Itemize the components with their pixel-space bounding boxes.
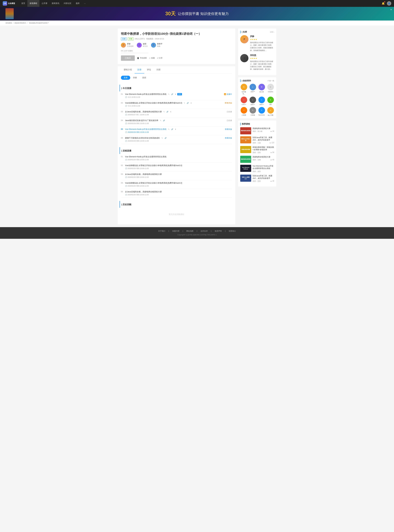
future-body-03: 从Java后端到全栈，高级电商全栈系统大课 🕐 2020/02/26 周四 10… [125, 173, 232, 178]
edit-icon-02[interactable]: ✎ [184, 102, 185, 104]
edit-icon-04[interactable]: ✎ [160, 120, 161, 121]
link-icon-01[interactable]: 🔗 [171, 93, 173, 95]
lesson-title-06: 跟随千万级项目从0到100全过程高效成长 ✎ 🔗 [125, 137, 225, 139]
subtab-inperson[interactable]: 面授 [140, 76, 149, 80]
tab-qa[interactable]: 问答 [154, 66, 163, 73]
future-body-04: Vue全家桶实战 从零独立开发企业级小米电商系统(免费升级Vue3.0) 🕐 2… [125, 182, 232, 187]
recommend-item-06[interactable]: 玩转Java精通JUC 玩转Java开发工具，精通JUC，成为开发多面手 讲师：… [240, 175, 274, 183]
breadcrumb-link-discover[interactable]: 发现课程 [5, 22, 12, 24]
clock-icon-03: 🕐 [125, 114, 127, 116]
future-num-02: 02 [121, 164, 125, 166]
recommend-thumb-06: 玩转Java精通JUC [240, 175, 251, 182]
lesson-body-01: Vue Element+Node.js开发企业通用管理后台系统 ✎ 🔗 ⬇ 资料… [125, 93, 224, 98]
edit-icon-01[interactable]: ✎ [168, 93, 170, 95]
classmate-1567a-avatar: 1 [249, 84, 256, 90]
recommend-item-04[interactable]: 高级电商全线系统 高级电商全线系统大课 讲师：冷峰 ▲ 40 [240, 156, 274, 163]
breadcrumb-link-series[interactable]: 新媒体营销系列 [15, 22, 26, 24]
clock-icon-04: 🕐 [125, 122, 127, 124]
share-button[interactable]: ↗ 分享 [157, 57, 162, 59]
footer-agency[interactable]: 加盟代理 [172, 230, 179, 232]
banner-close-button[interactable]: × [390, 8, 392, 11]
link-icon-05[interactable]: 🔗 [171, 128, 173, 130]
sidebar: | 名师 1/10 › 罗 罗静 ★★★★ 国内某重点大学安全工程专业硕士，国家… [238, 28, 276, 224]
nav-questions[interactable]: 题库 [74, 0, 82, 7]
link-icon-04[interactable]: 🔗 [163, 120, 165, 121]
recommend-info-01: 高级电商全线系统大课 讲师：张小锋 ▲ 34 [253, 127, 274, 133]
link-icon-02[interactable]: 🔗 [187, 102, 189, 104]
link-icon-06[interactable]: 🔗 [165, 137, 167, 139]
recommend-item-05[interactable]: Vue Element Node.js Vue Element+Node.js开… [240, 165, 274, 172]
teachers-nav-arrow[interactable]: 1/10 › [270, 31, 274, 33]
edit-icon-06[interactable]: ✎ [161, 137, 163, 139]
lesson-title-05[interactable]: Vue Element+Node.js开发企业通用管理后台系统 ✎ 🔗 ⬇ [125, 128, 225, 130]
future-time-02: 🕐 2020/02/26 周四 10:00-11:00 [125, 167, 232, 170]
nav-open[interactable]: 公开课 [39, 0, 50, 7]
lesson-time-01: 🕐 今日 10:00-11:00 [125, 96, 224, 98]
edit-icon-03[interactable]: ✎ [163, 111, 165, 113]
future-num-03: 03 [121, 173, 125, 175]
recommend-item-01[interactable]: 高级电商全线系统 高级电商全线系统大课 讲师：张小锋 ▲ 34 [240, 127, 274, 134]
link-icon-03[interactable]: 🔗 [166, 111, 168, 113]
classmates-card: | 你的同学 ↺ 换一换 化 化学教书... 1 1567** 张 张小田 [238, 77, 276, 118]
teacher-luojing-info: 罗静 主讲老师 [127, 43, 134, 47]
sidebar-teacher-songlijiang: 宋 宋利坚 ★★★★ 国内某重点大学安全工程专业硕士，国家一级注册消防工程师、注… [240, 54, 274, 71]
download-icon-05[interactable]: ⬇ [175, 128, 176, 130]
recommend-info-03: 前端全栈加强版！前端全栈+全周期+多端应用 讲师：岱田 ▲ 56 [253, 146, 274, 154]
footer-about[interactable]: 关于我们 [158, 230, 165, 232]
notification-bell[interactable]: 🔔 [382, 2, 385, 5]
logo-icon: 云朵 [3, 1, 7, 6]
classmate-chemistry-avatar: 化 [241, 84, 247, 90]
sidebar-teacher-luojing-stars: ★★★★ [250, 38, 274, 41]
main-layout: 明星中教授课，小学阶段语法100分–强化级第1讲动词（一） 直播 录播 246人… [115, 26, 279, 227]
future-title-05: 从Java后端到全栈，高级电商全栈系统大课 [125, 191, 232, 193]
logo[interactable]: 云朵 云朵课堂 [3, 1, 15, 6]
logo-text: 云朵课堂 [8, 2, 15, 5]
lesson-body-04: Java项目面试实操 提升大厂面试成功率 ✎ 🔗 🕐 2020/02/26 周四… [125, 119, 227, 125]
lesson-status-06[interactable]: 查看回放 [225, 137, 232, 139]
classmate-1567b-avatar: 1 [249, 97, 256, 103]
download-icon-03[interactable]: ⬇ [170, 111, 171, 113]
lesson-time-03: 🕐 2020/02/27 周三 10:00-11:00 [125, 114, 227, 116]
lesson-num-01: 01 [121, 93, 125, 95]
refresh-classmates-button[interactable]: ↺ 换一换 [267, 80, 274, 82]
download-icon-02[interactable]: ⬇ [190, 102, 192, 104]
recommend-item-02[interactable]: 玩转Java开发工具 玩转Java开发工具，精通JUC，成为开发多面手 讲师：王… [240, 136, 274, 144]
lesson-status-02[interactable]: 即将开始 [225, 102, 232, 104]
teacher-linrong-name: 凌荷 [143, 43, 148, 45]
recommend-thumb-03: 前端全栈加强版 [240, 146, 251, 153]
recommend-item-03[interactable]: 前端全栈加强版 前端全栈加强版！前端全栈+全周期+多端应用 讲师：岱田 ▲ 56 [240, 146, 274, 154]
future-time-04: 🕐 2020/02/26 周四 10:00-11:00 [125, 185, 232, 187]
classmate-chemistry-name: 化学教书... [240, 91, 248, 95]
progress-label: 0% 已学习0课时 [121, 50, 232, 52]
classmate-xiaoxiongxiong: 小 小熊熊 [240, 107, 248, 116]
tab-comments[interactable]: 评论 [144, 66, 154, 73]
subtab-live[interactable]: 直播 [121, 76, 130, 80]
recommend-card: 推荐课程 高级电商全线系统 高级电商全线系统大课 讲师：张小锋 ▲ 34 玩转J… [238, 120, 276, 187]
lesson-status-05[interactable]: 查看回放 [225, 128, 232, 130]
nav-more[interactable]: ··· [82, 0, 88, 7]
footer-partner[interactable]: 合作伙伴 [201, 230, 208, 232]
edit-icon-05[interactable]: ✎ [168, 128, 170, 130]
download-icon-01[interactable]: ⬇ [175, 93, 176, 95]
bought-button[interactable]: 已购买 [121, 55, 135, 61]
nav-home[interactable]: 首页 [19, 0, 27, 7]
footer-sitemap[interactable]: 网站地图 [186, 230, 193, 232]
nav-news[interactable]: 新闻资讯 [50, 0, 62, 7]
classmate-qq-tianpeng-avatar: Q [267, 107, 274, 114]
subtab-replay[interactable]: 录播 [130, 76, 140, 80]
nav-discover[interactable]: 发现课程 [27, 0, 39, 7]
recommend-teacher-06: 讲师：岱田 [253, 180, 261, 183]
future-time-03: 🕐 2020/02/26 周四 10:00-11:00 [125, 176, 232, 178]
user-avatar[interactable]: 👤 [387, 1, 391, 6]
tab-intro[interactable]: 课程介绍 [121, 66, 135, 73]
lesson-time-06: 🕐 2020/02/26 周四 10:00-11:00 [125, 140, 225, 142]
footer-disclaimer[interactable]: 免责声明 [215, 230, 222, 232]
lesson-status-live-01[interactable]: 📶 直播中 [224, 93, 232, 95]
collect-button[interactable]: ☆ 收藏 [149, 57, 155, 59]
lesson-body-02: Vue全家桶实战 从零独立开发企业级小米电商系统(免费升级Vue3.0) ✎ 🔗… [125, 102, 225, 107]
nav-qa[interactable]: 问答社区 [62, 0, 74, 7]
history-title: | 历史回顾 [119, 201, 232, 208]
footer-recruit[interactable]: 招贤纳士 [229, 230, 236, 232]
mobile-watch-button[interactable]: 📱 手机观看 [137, 57, 147, 59]
tab-catalog[interactable]: 目录 [135, 66, 144, 73]
